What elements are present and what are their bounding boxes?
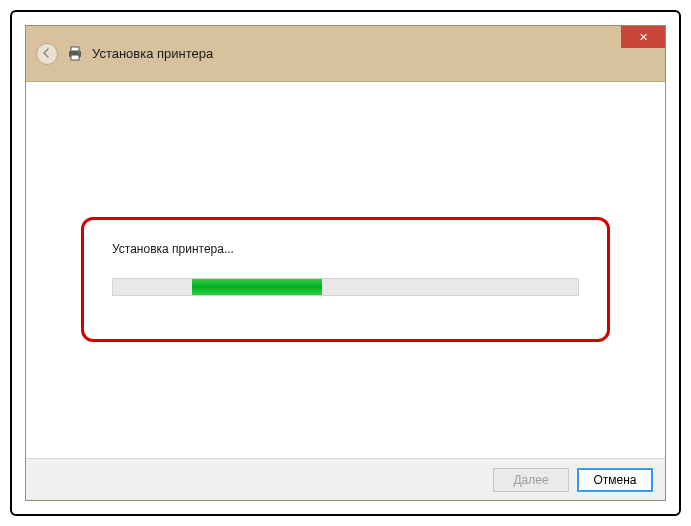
- highlight-annotation: Установка принтера...: [81, 217, 610, 342]
- svg-point-3: [78, 52, 80, 54]
- next-button: Далее: [493, 468, 569, 492]
- progress-fill: [192, 279, 322, 295]
- svg-rect-0: [71, 47, 79, 51]
- window-title: Установка принтера: [92, 46, 213, 61]
- titlebar: Установка принтера: [26, 26, 665, 82]
- screenshot-frame: Установка принтера Установка принтера...…: [10, 10, 681, 516]
- cancel-button[interactable]: Отмена: [577, 468, 653, 492]
- printer-icon: [66, 45, 84, 63]
- wizard-footer: Далее Отмена: [26, 458, 665, 500]
- back-button[interactable]: [36, 43, 58, 65]
- status-text: Установка принтера...: [112, 242, 579, 256]
- progress-bar: [112, 278, 579, 296]
- close-button[interactable]: [621, 26, 665, 48]
- svg-rect-2: [71, 55, 79, 60]
- arrow-left-icon: [42, 46, 52, 61]
- wizard-content: Установка принтера...: [26, 82, 665, 458]
- wizard-window: Установка принтера Установка принтера...…: [25, 25, 666, 501]
